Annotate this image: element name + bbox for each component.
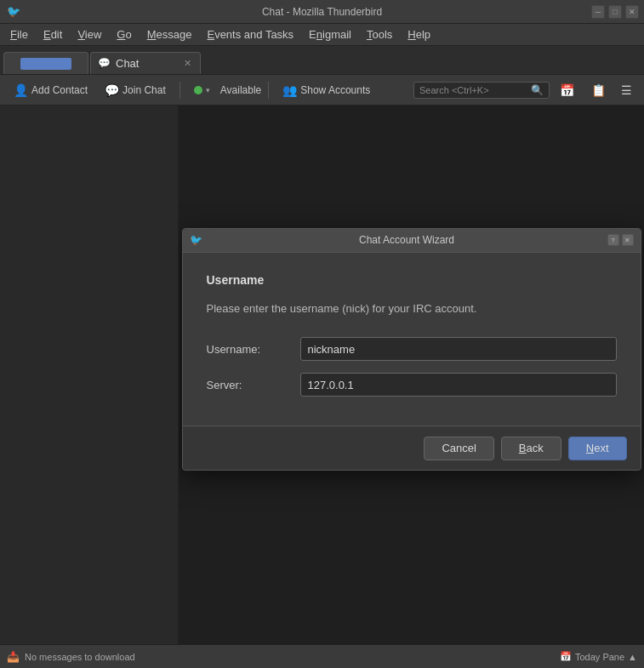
cancel-button[interactable]: Cancel <box>424 437 493 460</box>
dialog-title-bar: 🐦 Chat Account Wizard ? ✕ <box>183 229 641 253</box>
username-row: Username: <box>207 337 617 361</box>
menu-tools[interactable]: Tools <box>360 26 399 43</box>
toolbar-separator-2 <box>268 82 269 99</box>
today-pane-button[interactable]: 📅 Today Pane ▲ <box>560 651 637 662</box>
username-input[interactable] <box>300 337 617 361</box>
next-button[interactable]: Next <box>568 437 627 460</box>
close-button[interactable]: ✕ <box>625 5 639 19</box>
calendar-button[interactable]: 📅 <box>553 81 581 100</box>
list-button[interactable]: 📋 <box>584 81 613 100</box>
app-icon: 🐦 <box>7 5 20 19</box>
show-accounts-label: Show Accounts <box>300 84 370 96</box>
content-area: 🐦 Chat Account Wizard ? ✕ Username Pleas… <box>179 106 644 644</box>
add-contact-label: Add Contact <box>31 84 88 96</box>
search-box[interactable]: Search <Ctrl+K> 🔍 <box>413 82 550 99</box>
status-selector[interactable]: ▾ <box>187 83 217 97</box>
hamburger-menu-button[interactable]: ☰ <box>616 81 637 100</box>
status-bar-icon: 📥 <box>7 651 20 663</box>
join-chat-button[interactable]: 💬 Join Chat <box>98 81 173 100</box>
server-row: Server: <box>207 373 617 397</box>
status-label: Available <box>220 84 261 96</box>
chat-tab-icon: 💬 <box>98 57 111 69</box>
dialog-icon: 🐦 <box>190 234 202 246</box>
minimize-button[interactable]: ─ <box>591 5 605 19</box>
menu-message[interactable]: Message <box>140 26 199 43</box>
add-contact-icon: 👤 <box>14 83 28 97</box>
status-dot-icon <box>194 86 202 94</box>
menu-edit[interactable]: Edit <box>37 26 69 43</box>
join-chat-icon: 💬 <box>105 83 119 97</box>
dialog-controls: ? ✕ <box>607 234 634 246</box>
status-bar-message: No messages to download <box>25 652 135 662</box>
today-pane-label: Today Pane <box>575 652 624 662</box>
tab-home-bar <box>20 58 71 70</box>
menu-bar: File Edit View Go Message Events and Tas… <box>0 24 644 46</box>
dialog-overlay: 🐦 Chat Account Wizard ? ✕ Username Pleas… <box>179 106 644 644</box>
menu-view[interactable]: View <box>71 26 108 43</box>
today-pane-icon: 📅 <box>560 651 572 662</box>
tab-bar: 💬 Chat ✕ <box>0 46 644 75</box>
dialog-title: Chat Account Wizard <box>207 234 607 246</box>
menu-enigmail[interactable]: Enigmail <box>302 26 358 43</box>
dialog-description: Please enter the username (nick) for you… <box>207 300 617 317</box>
today-pane-arrow: ▲ <box>628 652 637 662</box>
status-chevron-icon: ▾ <box>206 86 210 94</box>
join-chat-label: Join Chat <box>123 84 166 96</box>
tab-home[interactable] <box>3 52 88 74</box>
username-label: Username: <box>207 343 300 356</box>
maximize-button[interactable]: □ <box>608 5 622 19</box>
title-bar: 🐦 Chat - Mozilla Thunderbird ─ □ ✕ <box>0 0 644 24</box>
menu-file[interactable]: File <box>3 26 35 43</box>
main-area: 🐦 Chat Account Wizard ? ✕ Username Pleas… <box>0 106 644 644</box>
status-bar: 📥 No messages to download 📅 Today Pane ▲ <box>0 644 644 668</box>
chat-account-wizard-dialog: 🐦 Chat Account Wizard ? ✕ Username Pleas… <box>182 228 641 471</box>
show-accounts-button[interactable]: 👥 Show Accounts <box>276 81 377 100</box>
search-icon: 🔍 <box>531 84 544 96</box>
dialog-footer: Cancel Back Next <box>183 425 641 470</box>
add-contact-button[interactable]: 👤 Add Contact <box>7 81 94 100</box>
dialog-body: Username Please enter the username (nick… <box>183 253 641 426</box>
window-title: Chat - Mozilla Thunderbird <box>262 6 382 18</box>
sidebar <box>0 106 179 644</box>
server-label: Server: <box>207 379 300 391</box>
back-button[interactable]: Back <box>501 437 561 460</box>
search-placeholder: Search <Ctrl+K> <box>419 85 527 95</box>
toolbar-separator <box>180 82 180 99</box>
menu-go[interactable]: Go <box>110 26 138 43</box>
tab-chat-label: Chat <box>116 57 139 70</box>
tab-close-button[interactable]: ✕ <box>182 58 193 69</box>
toolbar: 👤 Add Contact 💬 Join Chat ▾ Available 👥 … <box>0 75 644 106</box>
server-input[interactable] <box>300 373 617 397</box>
window-controls: ─ □ ✕ <box>591 5 639 19</box>
dialog-section-title: Username <box>207 273 617 287</box>
menu-events-tasks[interactable]: Events and Tasks <box>200 26 300 43</box>
menu-help[interactable]: Help <box>401 26 437 43</box>
dialog-help-button[interactable]: ? <box>607 234 619 246</box>
accounts-icon: 👥 <box>282 83 297 97</box>
tab-chat[interactable]: 💬 Chat ✕ <box>90 52 201 74</box>
dialog-close-button[interactable]: ✕ <box>622 234 634 246</box>
